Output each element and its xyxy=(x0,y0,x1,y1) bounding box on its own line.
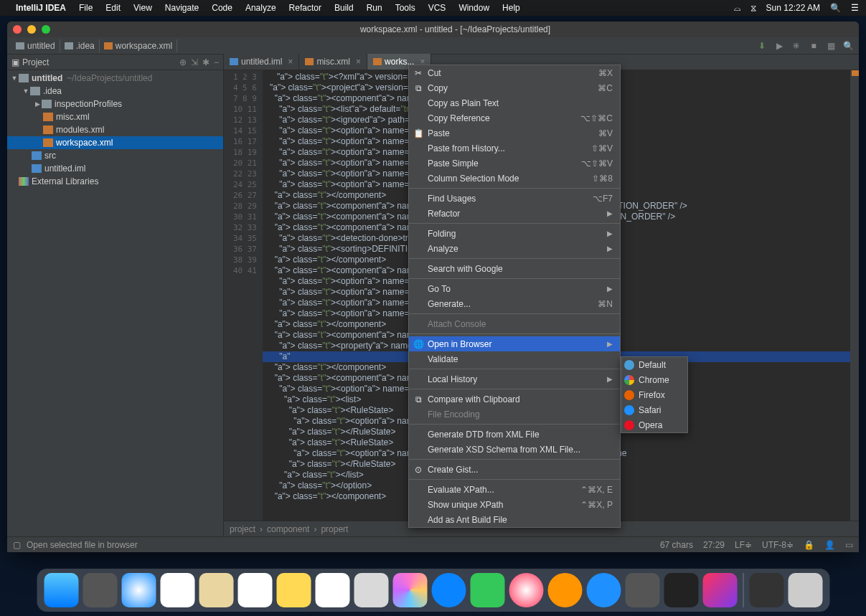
ctx-generate-dtd-from-xml-file[interactable]: Generate DTD from XML File xyxy=(409,427,620,442)
intellij-status-icon[interactable]: ⧖ xyxy=(750,3,756,13)
close-icon[interactable]: × xyxy=(288,57,293,67)
scroll-from-source-icon[interactable]: ⊕ xyxy=(179,57,187,67)
app-menu[interactable]: IntelliJ IDEA xyxy=(16,3,66,13)
tree-external-libs[interactable]: External Libraries xyxy=(7,175,223,188)
menu-tools[interactable]: Tools xyxy=(395,3,415,13)
ctx-analyze[interactable]: Analyze▶ xyxy=(409,241,620,256)
hide-icon[interactable]: − xyxy=(214,57,219,67)
status-line-sep[interactable]: LF≑ xyxy=(735,540,752,550)
browser-default[interactable]: Default xyxy=(621,357,687,372)
menu-analyze[interactable]: Analyze xyxy=(245,3,276,13)
menu-run[interactable]: Run xyxy=(367,3,382,13)
tree-idea[interactable]: ▼.idea xyxy=(7,85,223,98)
browser-opera[interactable]: Opera xyxy=(621,417,687,432)
gutter[interactable]: 1 2 3 4 5 6 7 8 9 10 11 12 13 14 15 16 1… xyxy=(224,70,263,521)
close-window-button[interactable] xyxy=(13,25,22,34)
search-everywhere-icon[interactable]: 🔍 xyxy=(842,41,855,51)
ctx-generate-xsd-schema-from-xml-file-[interactable]: Generate XSD Schema from XML File... xyxy=(409,442,620,457)
menu-edit[interactable]: Edit xyxy=(105,3,121,13)
browser-chrome[interactable]: Chrome xyxy=(621,372,687,387)
photos-icon[interactable] xyxy=(392,573,427,607)
ctx-validate[interactable]: Validate xyxy=(409,351,620,366)
editor-scrollbar[interactable] xyxy=(850,70,859,521)
ctx-add-as-ant-build-file[interactable]: Add as Ant Build File xyxy=(409,512,620,527)
contacts-icon[interactable] xyxy=(199,573,233,607)
error-stripe-icon[interactable] xyxy=(852,70,859,76)
ctx-paste-simple[interactable]: Paste Simple⌥⇧⌘V xyxy=(409,156,620,171)
ibooks-icon[interactable] xyxy=(547,573,582,607)
stop-icon[interactable]: ■ xyxy=(807,41,820,51)
bc-property[interactable]: propert xyxy=(321,524,348,534)
bc-project[interactable]: project xyxy=(230,524,255,534)
browser-firefox[interactable]: Firefox xyxy=(621,387,687,402)
tree-modules[interactable]: modules.xml xyxy=(7,123,223,136)
menu-help[interactable]: Help xyxy=(502,3,520,13)
appstore-icon[interactable] xyxy=(586,573,621,607)
preferences-icon[interactable] xyxy=(625,573,659,607)
terminal-icon[interactable] xyxy=(664,573,698,607)
reminders-icon[interactable] xyxy=(315,573,349,607)
status-icon[interactable]: ▢ xyxy=(13,540,21,550)
ctx-file-encoding[interactable]: File Encoding xyxy=(409,407,620,422)
menu-vcs[interactable]: VCS xyxy=(428,3,446,13)
settings-icon[interactable]: ✱ xyxy=(202,57,210,67)
itunes-icon[interactable] xyxy=(509,573,543,607)
ctx-copy-as-plain-text[interactable]: Copy as Plain Text xyxy=(409,95,620,110)
zoom-window-button[interactable] xyxy=(42,25,50,34)
project-view-label[interactable]: Project xyxy=(22,57,49,67)
facetime-icon[interactable] xyxy=(470,573,504,607)
maps-icon[interactable] xyxy=(354,573,388,607)
memory-icon[interactable]: ▭ xyxy=(845,540,853,550)
ctx-paste[interactable]: 📋Paste⌘V xyxy=(409,125,620,141)
ctx-paste-from-history-[interactable]: Paste from History...⇧⌘V xyxy=(409,141,620,156)
tree-inspection[interactable]: ▶inspectionProfiles xyxy=(7,98,223,110)
tree-iml[interactable]: untitled.iml xyxy=(7,162,223,175)
menu-extras-icon[interactable]: ☰ xyxy=(851,3,859,13)
ctx-generate-[interactable]: Generate...⌘N xyxy=(409,296,620,311)
clock[interactable]: Sun 12:22 AM xyxy=(766,3,820,13)
lock-icon[interactable]: 🔒 xyxy=(804,540,814,550)
ctx-folding[interactable]: Folding▶ xyxy=(409,226,620,241)
calendar-icon[interactable] xyxy=(237,573,272,607)
breadcrumb-root[interactable]: untitled xyxy=(11,39,60,52)
minimize-window-button[interactable] xyxy=(27,25,36,34)
close-icon[interactable]: × xyxy=(356,57,361,67)
ctx-local-history[interactable]: Local History▶ xyxy=(409,371,620,387)
ctx-copy[interactable]: ⧉Copy⌘C xyxy=(409,80,620,95)
browser-safari[interactable]: Safari xyxy=(621,402,687,417)
intellij-icon[interactable] xyxy=(702,573,737,607)
notes-icon[interactable] xyxy=(276,573,311,607)
menu-file[interactable]: File xyxy=(79,3,93,13)
ctx-compare-with-clipboard[interactable]: ⧉Compare with Clipboard xyxy=(409,392,620,407)
ctx-open-in-browser[interactable]: 🌐Open in Browser▶ xyxy=(409,336,620,351)
ctx-column-selection-mode[interactable]: Column Selection Mode⇧⌘8 xyxy=(409,171,620,186)
run-config-icon[interactable]: ⬇ xyxy=(756,41,768,51)
collapse-all-icon[interactable]: ⇲ xyxy=(191,57,198,67)
downloads-icon[interactable] xyxy=(749,573,783,607)
status-caret[interactable]: 27:29 xyxy=(703,540,725,550)
safari-icon[interactable] xyxy=(121,573,156,607)
menu-refactor[interactable]: Refactor xyxy=(289,3,321,13)
spotlight-icon[interactable]: 🔍 xyxy=(830,3,841,13)
tab-untitled-iml[interactable]: untitled.iml× xyxy=(224,54,299,70)
debug-icon[interactable]: ⛯ xyxy=(790,41,803,51)
tab-misc-xml[interactable]: misc.xml× xyxy=(299,54,367,70)
ctx-copy-reference[interactable]: Copy Reference⌥⇧⌘C xyxy=(409,110,620,125)
launchpad-icon[interactable] xyxy=(83,573,117,607)
menu-build[interactable]: Build xyxy=(334,3,354,13)
tree-workspace[interactable]: workspace.xml xyxy=(7,136,223,149)
ctx-create-gist-[interactable]: ⊙Create Gist... xyxy=(409,462,620,477)
trash-icon[interactable] xyxy=(788,573,822,607)
tree-src[interactable]: src xyxy=(7,149,223,162)
menu-view[interactable]: View xyxy=(133,3,152,13)
inspector-icon[interactable]: 👤 xyxy=(824,540,835,550)
ctx-search-with-google[interactable]: Search with Google xyxy=(409,261,620,276)
wifi-icon[interactable]: ⌓ xyxy=(734,3,740,13)
status-encoding[interactable]: UTF-8≑ xyxy=(762,540,794,550)
ctx-show-unique-xpath[interactable]: Show unique XPath⌃⌘X, P xyxy=(409,497,620,512)
ctx-refactor[interactable]: Refactor▶ xyxy=(409,206,620,221)
tree-root[interactable]: ▼untitled~/IdeaProjects/untitled xyxy=(7,72,223,85)
bc-component[interactable]: component xyxy=(267,524,309,534)
menu-navigate[interactable]: Navigate xyxy=(165,3,199,13)
run-icon[interactable]: ▶ xyxy=(773,41,786,51)
